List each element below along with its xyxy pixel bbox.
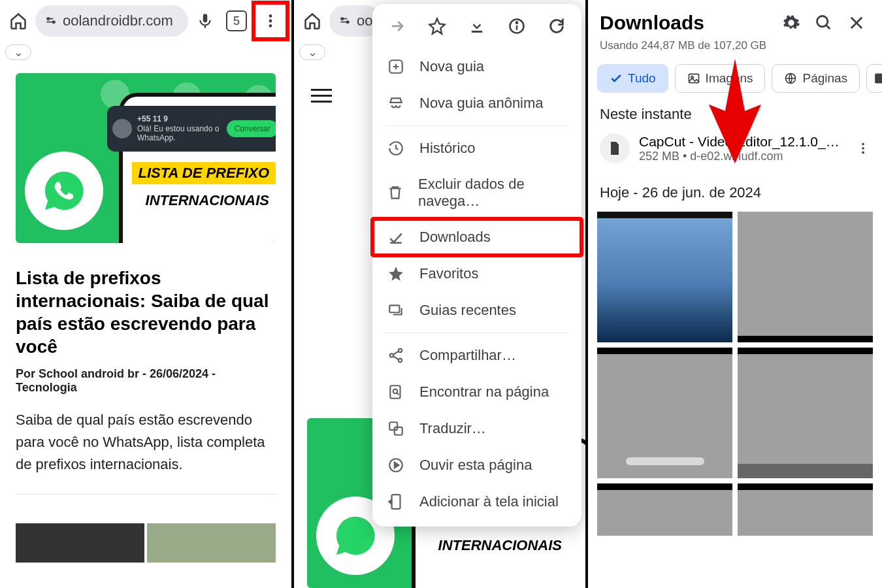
menu-share[interactable]: Compartilhar…: [372, 337, 581, 374]
svg-point-3: [269, 14, 272, 18]
reload-icon[interactable]: [541, 10, 572, 42]
svg-rect-18: [390, 385, 400, 399]
storage-usage: Usando 244,87 MB de 107,20 GB: [588, 39, 882, 59]
menu-bookmarks[interactable]: Favoritos: [372, 255, 581, 292]
url-text: oo: [357, 12, 372, 29]
article-body: Lista de prefixos internacionais: Saiba …: [0, 243, 291, 523]
hero-band-1: LISTA DE PREFIXO: [132, 162, 276, 184]
whatsapp-notification: +55 11 9Olá! Eu estou usando o WhatsApp.…: [107, 106, 276, 152]
tabs-button[interactable]: 5: [222, 7, 251, 35]
overflow-menu: Nova guia Nova guia anônima Histórico Ex…: [372, 4, 581, 527]
menu-translate[interactable]: Traduzir…: [372, 410, 581, 447]
article-meta: Por School android br - 26/06/2024 - Tec…: [16, 367, 276, 395]
chip-all[interactable]: Tudo: [597, 64, 668, 93]
article-description: Saiba de qual país estão escrevendo para…: [16, 409, 276, 476]
menu-clear-data[interactable]: Excluir dados de navega…: [372, 167, 581, 219]
svg-point-30: [862, 147, 864, 150]
url-text: oolandroidbr.com: [63, 12, 173, 29]
hero-band-2: INTERNACIONAIS: [139, 189, 276, 212]
menu-listen[interactable]: Ouvir esta página: [372, 447, 581, 483]
download-thumb[interactable]: [738, 348, 873, 478]
svg-point-31: [862, 152, 864, 154]
svg-rect-14: [389, 305, 399, 312]
screenshot-1: oolandroidbr.com 5 ⌄ +55 11 9Olá! Eu est…: [0, 0, 294, 588]
download-icon[interactable]: [461, 10, 493, 42]
article-hero-image: +55 11 9Olá! Eu estou usando o WhatsApp.…: [16, 73, 276, 243]
menu-new-tab[interactable]: Nova guia: [372, 48, 581, 85]
browser-toolbar: oolandroidbr.com 5: [0, 0, 291, 42]
download-thumb[interactable]: [738, 483, 873, 536]
red-arrow: [706, 59, 764, 163]
chip-pages[interactable]: Páginas: [772, 64, 860, 93]
search-icon[interactable]: [810, 9, 838, 37]
mic-icon[interactable]: [191, 7, 220, 35]
svg-point-29: [862, 143, 864, 146]
downloads-grid: [588, 208, 882, 540]
svg-rect-25: [689, 74, 698, 82]
expand-handle[interactable]: ⌄: [5, 44, 286, 65]
svg-point-24: [817, 16, 828, 27]
close-icon[interactable]: [843, 9, 870, 37]
screenshot-3: Downloads Usando 244,87 MB de 107,20 GB …: [588, 0, 882, 588]
menu-find[interactable]: Encontrar na página: [372, 374, 581, 410]
page-title: Downloads: [600, 12, 772, 34]
menu-recent-tabs[interactable]: Guias recentes: [372, 292, 581, 329]
item-more-icon[interactable]: [856, 141, 870, 155]
gear-icon[interactable]: [777, 9, 805, 37]
url-bar[interactable]: oolandroidbr.com: [35, 5, 188, 37]
info-icon[interactable]: [501, 10, 532, 42]
download-thumb[interactable]: [597, 483, 732, 536]
menu-add-home[interactable]: Adicionar à tela inicial: [372, 483, 581, 520]
conversar-button: Conversar: [227, 120, 276, 137]
svg-rect-28: [875, 74, 882, 84]
download-thumb[interactable]: [738, 212, 873, 342]
home-icon[interactable]: [298, 7, 327, 35]
article-title: Lista de prefixos internacionais: Saiba …: [16, 267, 276, 358]
screenshot-2: oo ⌄ INTERNACIONAIS Nova guia Nova guia …: [294, 0, 588, 588]
section-today: Hoje - 26 de jun. de 2024: [588, 180, 882, 208]
home-icon[interactable]: [4, 7, 33, 35]
forward-icon[interactable]: [382, 10, 413, 42]
svg-rect-21: [395, 427, 402, 435]
whatsapp-icon: [25, 152, 103, 230]
menu-incognito[interactable]: Nova guia anônima: [372, 85, 581, 122]
menu-history[interactable]: Histórico: [372, 130, 581, 167]
chip-more[interactable]: [866, 64, 882, 93]
svg-rect-20: [389, 422, 397, 430]
more-menu-icon[interactable]: [253, 3, 287, 39]
download-thumb[interactable]: [597, 212, 732, 342]
svg-rect-8: [472, 31, 482, 33]
file-icon: [600, 133, 630, 163]
downloads-header: Downloads: [588, 0, 882, 39]
menu-downloads[interactable]: Downloads: [372, 219, 581, 255]
related-thumbs: [16, 523, 276, 563]
svg-point-4: [269, 20, 272, 23]
svg-rect-23: [392, 495, 400, 509]
download-thumb[interactable]: [597, 348, 732, 478]
star-icon[interactable]: [421, 10, 453, 42]
hamburger-icon[interactable]: [311, 85, 332, 106]
svg-point-5: [269, 24, 272, 27]
svg-point-11: [516, 22, 517, 24]
